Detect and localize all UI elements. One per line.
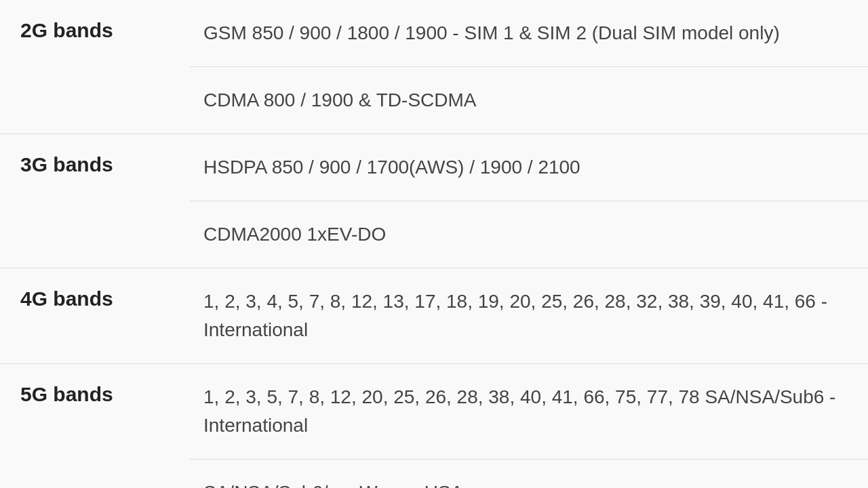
table-row: 3G bandsHSDPA 850 / 900 / 1700(AWS) / 19…	[0, 134, 868, 201]
spec-label-2g-bands: 2G bands	[0, 0, 190, 134]
spec-label-3g-bands: 3G bands	[0, 134, 190, 268]
spec-value-5g-bands-0: 1, 2, 3, 5, 7, 8, 12, 20, 25, 26, 28, 38…	[190, 364, 868, 460]
spec-value-2g-bands-0: GSM 850 / 900 / 1800 / 1900 - SIM 1 & SI…	[190, 0, 868, 67]
spec-value-3g-bands-1: CDMA2000 1xEV-DO	[190, 201, 868, 268]
spec-value-2g-bands-1: CDMA 800 / 1900 & TD-SCDMA	[190, 67, 868, 134]
table-row: 4G bands1, 2, 3, 4, 5, 7, 8, 12, 13, 17,…	[0, 268, 868, 364]
spec-value-5g-bands-1: SA/NSA/Sub6/mmWave - USA	[190, 460, 868, 489]
spec-label-4g-bands: 4G bands	[0, 268, 190, 364]
spec-value-4g-bands-0: 1, 2, 3, 4, 5, 7, 8, 12, 13, 17, 18, 19,…	[190, 268, 868, 364]
table-row: 5G bands1, 2, 3, 5, 7, 8, 12, 20, 25, 26…	[0, 364, 868, 460]
spec-label-5g-bands: 5G bands	[0, 364, 190, 489]
table-row: 2G bandsGSM 850 / 900 / 1800 / 1900 - SI…	[0, 0, 868, 67]
specs-table: 2G bandsGSM 850 / 900 / 1800 / 1900 - SI…	[0, 0, 868, 488]
spec-value-3g-bands-0: HSDPA 850 / 900 / 1700(AWS) / 1900 / 210…	[190, 134, 868, 201]
